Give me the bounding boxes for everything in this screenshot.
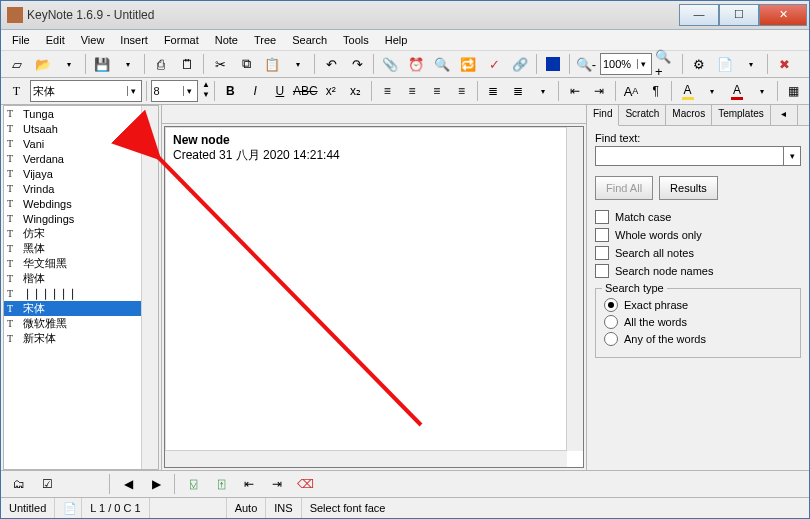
font-list-item[interactable]: T❘❘❘❘❘❘ [4,286,158,301]
paste-button[interactable]: 📋 [260,52,284,76]
new-button[interactable]: ▱ [5,52,29,76]
font-list-item[interactable]: TWingdings [4,211,158,226]
font-list-item[interactable]: T仿宋 [4,226,158,241]
note-dropdown[interactable]: ▾ [739,52,763,76]
find-text-input[interactable]: ▾ [595,146,801,166]
any-words-radio[interactable]: Any of the words [604,332,792,346]
results-button[interactable]: Results [659,176,718,200]
underline-button[interactable]: U [269,79,292,103]
findreplace-button[interactable]: 🔁 [456,52,480,76]
font-list[interactable]: TTungaTUtsaahTVaniTVerdanaTVijayaTVrinda… [3,105,159,470]
scrollbar-vertical[interactable] [566,127,583,451]
menu-tree[interactable]: Tree [247,32,283,48]
indent-button[interactable]: ⇥ [588,79,611,103]
superscript-button[interactable]: x² [319,79,342,103]
font-list-item[interactable]: TTunga [4,106,158,121]
find-button[interactable]: 🔍 [430,52,454,76]
align-center-button[interactable]: ≡ [401,79,424,103]
font-grow-button[interactable]: AA [620,79,643,103]
bold-button[interactable]: B [219,79,242,103]
tree-icons-button[interactable]: ☑ [35,472,59,496]
menu-format[interactable]: Format [157,32,206,48]
misc-button[interactable]: ▦ [782,79,805,103]
exact-phrase-radio[interactable]: Exact phrase [604,298,792,312]
font-name-combo[interactable]: 宋体▾ [30,80,142,102]
strike-button[interactable]: ABC [293,79,317,103]
font-list-item[interactable]: T微软雅黑 [4,316,158,331]
color-square-button[interactable] [541,52,565,76]
font-list-item[interactable]: T华文细黑 [4,256,158,271]
open-button[interactable]: 📂 [31,52,55,76]
zoom-combo[interactable]: 100%▾ [600,53,652,75]
scrollbar-horizontal[interactable] [165,450,567,467]
whole-words-checkbox[interactable]: Whole words only [595,228,801,242]
highlight-button[interactable]: A [676,79,699,103]
tabs-scroll-left[interactable]: ◂ [771,105,798,125]
align-left-button[interactable]: ≡ [376,79,399,103]
cut-button[interactable]: ✂ [208,52,232,76]
subscript-button[interactable]: x₂ [344,79,367,103]
minimize-button[interactable]: — [679,4,719,26]
undo-button[interactable]: ↶ [319,52,343,76]
font-list-item[interactable]: TVerdana [4,151,158,166]
tree-delete-button[interactable]: ⌫ [293,472,317,496]
attach-button[interactable]: 📎 [378,52,402,76]
zoomout-button[interactable]: 🔍- [574,52,598,76]
save-dropdown[interactable]: ▾ [116,52,140,76]
align-justify-button[interactable]: ≡ [450,79,473,103]
tree-addchild-button[interactable]: ⍌ [181,472,205,496]
menu-help[interactable]: Help [378,32,415,48]
font-list-item[interactable]: TUtsaah [4,121,158,136]
preview-button[interactable]: 🗒 [175,52,199,76]
search-node-names-checkbox[interactable]: Search node names [595,264,801,278]
delete-button[interactable]: ✖ [772,52,796,76]
menu-search[interactable]: Search [285,32,334,48]
link-button[interactable]: 🔗 [508,52,532,76]
font-size-combo[interactable]: 8▾ [151,80,199,102]
find-all-button[interactable]: Find All [595,176,653,200]
copy-button[interactable]: ⧉ [234,52,258,76]
scrollbar-vertical[interactable] [141,106,158,469]
numbers-dropdown[interactable]: ▾ [531,79,554,103]
font-color-button[interactable]: A [726,79,749,103]
highlight-dropdown[interactable]: ▾ [701,79,724,103]
nav-next-button[interactable]: ▶ [144,472,168,496]
italic-button[interactable]: I [244,79,267,103]
menu-edit[interactable]: Edit [39,32,72,48]
print-button[interactable]: ⎙ [149,52,173,76]
tree-indent-button[interactable]: ⇥ [265,472,289,496]
tree-show-button[interactable]: 🗂 [7,472,31,496]
zoomin-button[interactable]: 🔍+ [654,52,678,76]
font-list-item[interactable]: TVijaya [4,166,158,181]
close-button[interactable]: ✕ [759,4,807,26]
spell-button[interactable]: ✓ [482,52,506,76]
redo-button[interactable]: ↷ [345,52,369,76]
all-words-radio[interactable]: All the words [604,315,792,329]
numbers-button[interactable]: ≣ [507,79,530,103]
save-button[interactable]: 💾 [90,52,114,76]
paste-dropdown[interactable]: ▾ [286,52,310,76]
menu-note[interactable]: Note [208,32,245,48]
menu-file[interactable]: File [5,32,37,48]
font-list-item[interactable]: TWebdings [4,196,158,211]
maximize-button[interactable]: ☐ [719,4,759,26]
font-color-dropdown[interactable]: ▾ [750,79,773,103]
menu-tools[interactable]: Tools [336,32,376,48]
font-list-item[interactable]: T楷体 [4,271,158,286]
font-list-item[interactable]: T新宋体 [4,331,158,346]
tab-scratch[interactable]: Scratch [619,105,666,125]
tree-outdent-button[interactable]: ⇤ [237,472,261,496]
note-tabstrip[interactable] [162,105,586,124]
nav-prev-button[interactable]: ◀ [116,472,140,496]
menu-view[interactable]: View [74,32,112,48]
menu-insert[interactable]: Insert [113,32,155,48]
note-button[interactable]: 📄 [713,52,737,76]
size-down-button[interactable]: ▼ [202,91,210,101]
font-list-item[interactable]: T黑体 [4,241,158,256]
outdent-button[interactable]: ⇤ [563,79,586,103]
bullets-button[interactable]: ≣ [482,79,505,103]
alarm-button[interactable]: ⏰ [404,52,428,76]
tree-addsibling-button[interactable]: ⍐ [209,472,233,496]
font-list-item[interactable]: TVani [4,136,158,151]
align-right-button[interactable]: ≡ [425,79,448,103]
